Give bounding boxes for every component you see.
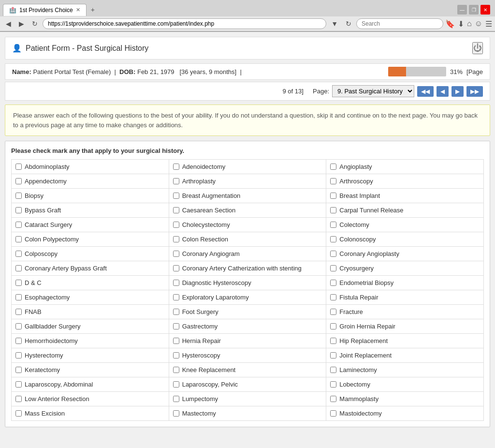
- bookmark-icon[interactable]: 🔖: [445, 19, 455, 29]
- surgery-checkbox[interactable]: [173, 178, 179, 184]
- surgery-checkbox[interactable]: [330, 178, 336, 184]
- surgery-item: Colonoscopy: [326, 232, 484, 247]
- surgery-checkbox[interactable]: [173, 164, 179, 170]
- surgery-checkbox[interactable]: [173, 265, 179, 271]
- surgery-checkbox[interactable]: [173, 323, 179, 329]
- last-page-button[interactable]: ▶▶: [466, 86, 483, 97]
- surgery-item: Hip Replacement: [326, 334, 484, 348]
- menu-icon[interactable]: ☰: [485, 19, 492, 29]
- surgery-checkbox[interactable]: [330, 280, 336, 286]
- surgery-label: Colon Resection: [182, 236, 228, 243]
- surgery-label: Hip Replacement: [339, 337, 388, 344]
- surgery-checkbox[interactable]: [15, 251, 22, 257]
- surgery-checkbox[interactable]: [330, 164, 336, 170]
- surgery-checkbox[interactable]: [15, 381, 22, 388]
- surgery-checkbox[interactable]: [330, 251, 336, 257]
- surgery-item: Laparoscopy, Abdominal: [12, 377, 169, 392]
- page-selector[interactable]: 9. Past Surgical History 1. Personal Inf…: [332, 85, 414, 97]
- page-title: Patient Form - Past Surgical History: [26, 44, 148, 53]
- surgery-checkbox[interactable]: [330, 381, 336, 388]
- surgery-checkbox[interactable]: [330, 396, 336, 402]
- surgery-label: Caesarean Section: [182, 207, 236, 214]
- surgery-checkbox[interactable]: [173, 396, 179, 402]
- surgery-checkbox[interactable]: [330, 367, 336, 373]
- page-header-title: 👤 Patient Form - Past Surgical History: [12, 44, 148, 53]
- surgery-checkbox[interactable]: [330, 193, 336, 199]
- surgery-checkbox[interactable]: [15, 207, 22, 213]
- surgery-checkbox[interactable]: [15, 410, 22, 417]
- surgery-checkbox[interactable]: [173, 352, 179, 358]
- surgery-checkbox[interactable]: [330, 265, 336, 271]
- progress-bar-outer: [388, 67, 446, 76]
- surgery-checkbox[interactable]: [330, 222, 336, 228]
- surgery-checkbox[interactable]: [15, 178, 22, 184]
- surgery-label: Arthroscopy: [339, 178, 373, 185]
- surgery-checkbox[interactable]: [15, 352, 22, 358]
- new-tab-button[interactable]: +: [87, 3, 99, 16]
- tab-close-button[interactable]: ✕: [76, 7, 80, 13]
- surgery-checkbox[interactable]: [173, 236, 179, 242]
- surgery-checkbox[interactable]: [330, 207, 336, 213]
- surgery-item: Esophagectomy: [12, 290, 169, 305]
- surgery-checkbox[interactable]: [330, 410, 336, 417]
- surgery-label: Mammoplasty: [339, 395, 379, 403]
- surgery-item: Colposcopy: [12, 247, 169, 261]
- surgery-checkbox[interactable]: [15, 236, 22, 242]
- surgery-checkbox[interactable]: [15, 294, 22, 300]
- surgery-checkbox[interactable]: [15, 338, 22, 344]
- surgery-checkbox[interactable]: [15, 193, 22, 199]
- surgery-checkbox[interactable]: [173, 294, 179, 300]
- maximize-button[interactable]: ❐: [469, 5, 479, 15]
- minimize-button[interactable]: —: [457, 5, 467, 15]
- surgery-checkbox[interactable]: [330, 352, 336, 358]
- next-page-button[interactable]: ▶: [451, 86, 464, 97]
- forward-button[interactable]: ▶: [16, 19, 27, 29]
- surgery-checkbox[interactable]: [15, 367, 22, 373]
- surgery-label: Breast Augmentation: [182, 192, 241, 199]
- surgery-checkbox[interactable]: [15, 396, 22, 402]
- surgery-label: Cryosurgery: [339, 265, 374, 272]
- surgery-checkbox[interactable]: [15, 164, 22, 170]
- surgery-label: Mastoidectomy: [339, 410, 381, 417]
- surgery-checkbox[interactable]: [330, 338, 336, 344]
- surgery-checkbox[interactable]: [173, 251, 179, 257]
- prev-page-button[interactable]: ◀: [437, 86, 449, 97]
- surgery-item: Keratectomy: [12, 363, 169, 377]
- surgery-checkbox[interactable]: [15, 222, 22, 228]
- surgery-checkbox[interactable]: [330, 309, 336, 315]
- surgery-checkbox[interactable]: [173, 207, 179, 213]
- profile-icon[interactable]: ☺: [475, 19, 482, 28]
- download-icon[interactable]: ⬇: [458, 19, 464, 29]
- close-button[interactable]: ✕: [480, 5, 490, 15]
- search-input[interactable]: [356, 18, 443, 29]
- progress-area: 31% [Page: [388, 67, 483, 76]
- surgery-checkbox[interactable]: [330, 323, 336, 329]
- back-button[interactable]: ◀: [3, 19, 14, 29]
- surgery-checkbox[interactable]: [173, 222, 179, 228]
- refresh-button[interactable]: ↻: [29, 19, 41, 29]
- surgery-label: Coronary Artery Bypass Graft: [25, 265, 107, 272]
- surgery-checkbox[interactable]: [330, 294, 336, 300]
- browser-tab[interactable]: 🏥 1st Providers Choice ✕: [3, 4, 87, 16]
- go-button[interactable]: ↻: [343, 19, 354, 29]
- surgery-checkbox[interactable]: [173, 367, 179, 373]
- surgery-checkbox[interactable]: [173, 280, 179, 286]
- first-page-button[interactable]: ◀◀: [417, 86, 434, 97]
- surgery-checkbox[interactable]: [15, 323, 22, 329]
- surgery-checkbox[interactable]: [173, 381, 179, 388]
- surgery-checkbox[interactable]: [15, 309, 22, 315]
- surgery-checkbox[interactable]: [173, 410, 179, 417]
- home-icon[interactable]: ⌂: [467, 19, 472, 28]
- surgery-checkbox[interactable]: [173, 338, 179, 344]
- power-button[interactable]: ⏻: [472, 42, 483, 54]
- surgery-checkbox[interactable]: [173, 193, 179, 199]
- surgery-item: Mastectomy: [169, 406, 327, 421]
- address-input[interactable]: [43, 18, 326, 29]
- surgery-checkbox[interactable]: [330, 236, 336, 242]
- surgery-item: Laminectomy: [326, 363, 484, 377]
- dropdown-button[interactable]: ▼: [328, 19, 341, 29]
- patient-info-bar: Name: Patient Portal Test (Female) | DOB…: [5, 63, 490, 80]
- surgery-checkbox[interactable]: [15, 265, 22, 271]
- surgery-checkbox[interactable]: [173, 309, 179, 315]
- surgery-checkbox[interactable]: [15, 280, 22, 286]
